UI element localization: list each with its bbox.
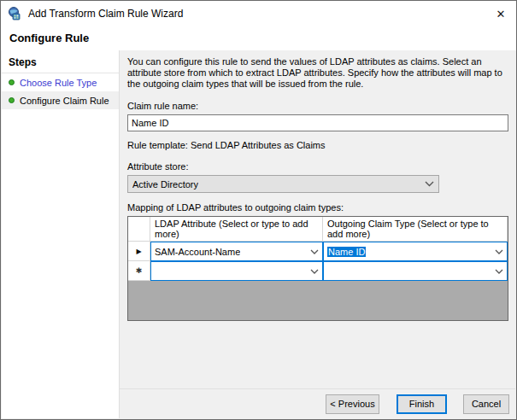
close-icon[interactable]: ✕ — [491, 4, 511, 23]
row-selector-new[interactable]: ✱ — [128, 261, 150, 281]
wizard-app-icon — [8, 7, 22, 20]
top-band: Add Transform Claim Rule Wizard ✕ Config… — [1, 1, 516, 50]
chevron-down-icon — [495, 249, 503, 254]
finish-button[interactable]: Finish — [397, 394, 447, 414]
step-label-configure-claim-rule: Configure Claim Rule — [20, 96, 109, 106]
ldap-attribute-select-0[interactable]: SAM-Account-Name — [150, 242, 323, 261]
row-selector-current[interactable]: ▶ — [128, 242, 150, 261]
rule-description-text: You can configure this rule to send the … — [127, 56, 508, 90]
ldap-attribute-cell-1 — [150, 261, 323, 281]
cancel-button[interactable]: Cancel — [463, 394, 509, 414]
steps-panel: Steps Choose Rule Type Configure Claim R… — [2, 50, 120, 418]
outgoing-claim-type-cell-1 — [323, 261, 508, 281]
chevron-down-icon — [495, 269, 503, 274]
outgoing-claim-type-cell-0: Name ID — [323, 242, 508, 261]
outgoing-claim-type-value-0: Name ID — [327, 247, 366, 257]
table-empty-area — [128, 281, 508, 320]
mapping-table: LDAP Attribute (Select or type to add mo… — [127, 216, 508, 321]
attribute-store-select[interactable]: Active Directory — [127, 175, 439, 193]
content-panel: You can configure this rule to send the … — [120, 50, 515, 418]
rule-template-text: Rule template: Send LDAP Attributes as C… — [127, 140, 508, 150]
attribute-store-value: Active Directory — [132, 179, 198, 190]
column-header-ldap-attribute: LDAP Attribute (Select or type to add mo… — [150, 217, 323, 242]
current-row-arrow-icon: ▶ — [136, 248, 141, 255]
row-selector-header-cell — [128, 217, 150, 242]
window-titlebar: Add Transform Claim Rule Wizard ✕ — [1, 1, 516, 26]
outgoing-claim-type-select-1[interactable] — [323, 261, 508, 281]
previous-button[interactable]: < Previous — [326, 394, 379, 414]
chevron-down-icon — [310, 249, 319, 254]
step-label-choose-rule-type[interactable]: Choose Rule Type — [20, 78, 97, 88]
new-row-asterisk-icon: ✱ — [136, 266, 143, 275]
chevron-down-icon — [310, 269, 319, 274]
step-completed-icon — [9, 79, 15, 85]
ldap-attribute-cell-0: SAM-Account-Name — [150, 242, 323, 261]
chevron-down-icon — [425, 181, 434, 187]
step-completed-icon — [9, 97, 15, 103]
ldap-attribute-select-1[interactable] — [150, 261, 323, 281]
claim-rule-name-input[interactable] — [127, 114, 508, 131]
page-title: Configure Rule — [1, 26, 516, 44]
steps-title: Steps — [2, 50, 119, 73]
column-header-outgoing-claim-type: Outgoing Claim Type (Select or type to a… — [323, 217, 508, 242]
footer-bar: < Previous Finish Cancel — [120, 388, 515, 418]
attribute-store-label: Attribute store: — [127, 161, 508, 172]
step-item-configure-claim-rule[interactable]: Configure Claim Rule — [2, 91, 119, 109]
outgoing-claim-type-select-0[interactable]: Name ID — [323, 242, 508, 261]
dialog-body: Steps Choose Rule Type Configure Claim R… — [2, 50, 515, 418]
claim-rule-name-label: Claim rule name: — [127, 101, 508, 111]
mapping-table-label: Mapping of LDAP attributes to outgoing c… — [127, 202, 508, 213]
add-transform-claim-rule-wizard-dialog: Add Transform Claim Rule Wizard ✕ Config… — [0, 0, 517, 420]
step-item-choose-rule-type[interactable]: Choose Rule Type — [2, 73, 119, 91]
ldap-attribute-value-0: SAM-Account-Name — [155, 247, 240, 257]
window-title: Add Transform Claim Rule Wizard — [28, 8, 491, 20]
